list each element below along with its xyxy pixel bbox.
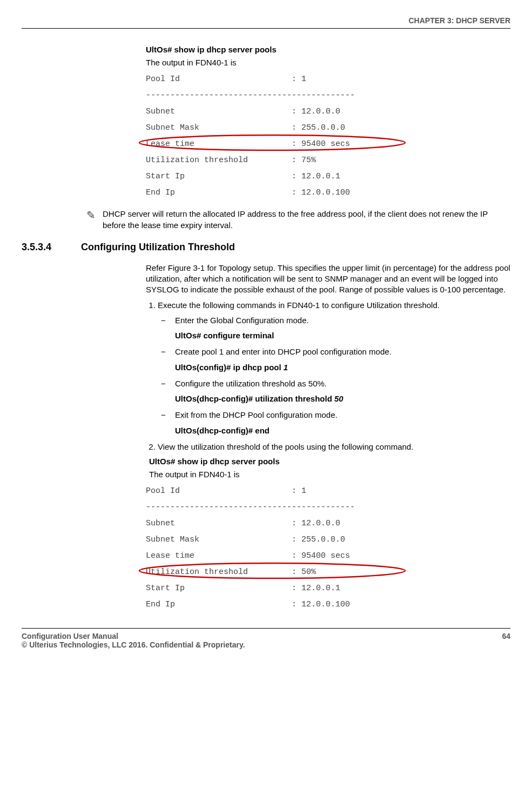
section-title: Configuring Utilization Threshold — [81, 242, 235, 253]
note-text: DHCP server will return the allocated IP… — [103, 209, 510, 231]
terminal-output-2: Pool Id : 1 ----------------------------… — [146, 483, 510, 613]
sub-command: UltOs(dhcp-config)# utilization threshol… — [175, 393, 510, 404]
upper-block: UltOs# show ip dhcp server pools The out… — [146, 45, 510, 201]
substep-text: Create pool 1 and enter into DHCP pool c… — [175, 347, 392, 356]
footer-left: Configuration User Manual © Ulterius Tec… — [22, 632, 245, 649]
step-text: Execute the following commands in FDN40-… — [158, 301, 440, 310]
command-arg: 50 — [334, 394, 344, 403]
output-intro: The output in FDN40-1 is — [146, 57, 510, 68]
step-item: Execute the following commands in FDN40-… — [158, 300, 510, 436]
substep-list: Configure the utilization threshold as 5… — [158, 378, 510, 389]
substep-item: Create pool 1 and enter into DHCP pool c… — [161, 346, 510, 357]
terminal-output-1: Pool Id : 1 ----------------------------… — [146, 71, 510, 201]
page-header: CHAPTER 3: DHCP SERVER — [22, 16, 510, 29]
substep-text: Configure the utilization threshold as 5… — [175, 379, 327, 388]
sub-command: UltOs(dhcp-config)# end — [175, 425, 510, 436]
substep-list: Enter the Global Configuration mode. — [158, 315, 510, 326]
section-body: Refer Figure 3-1 for Topology setup. Thi… — [146, 263, 510, 613]
section-heading: 3.5.3.4 Configuring Utilization Threshol… — [22, 242, 510, 253]
substep-list: Create pool 1 and enter into DHCP pool c… — [158, 346, 510, 357]
command-line: UltOs# show ip dhcp server pools — [146, 45, 510, 54]
substep-item: Enter the Global Configuration mode. — [161, 315, 510, 326]
footer-title: Configuration User Manual — [22, 632, 245, 640]
step-list: Execute the following commands in FDN40-… — [146, 300, 510, 453]
section-intro: Refer Figure 3-1 for Topology setup. Thi… — [146, 263, 510, 296]
terminal-text: Pool Id : 1 ----------------------------… — [146, 71, 510, 201]
section-number: 3.5.3.4 — [22, 242, 81, 253]
command-line: UltOs# show ip dhcp server pools — [149, 457, 510, 466]
output-intro: The output in FDN40-1 is — [149, 469, 510, 480]
substep-item: Configure the utilization threshold as 5… — [161, 378, 510, 389]
step-item: View the utilization threshold of the po… — [158, 442, 510, 452]
note-block: ✎ DHCP server will return the allocated … — [86, 209, 510, 231]
substep-text: Enter the Global Configuration mode. — [175, 316, 309, 325]
step-text: View the utilization threshold of the po… — [158, 442, 413, 451]
sub-command: UltOs# configure terminal — [175, 330, 510, 341]
page-footer: Configuration User Manual © Ulterius Tec… — [22, 628, 510, 649]
command-arg: 1 — [284, 363, 288, 372]
sub-command: UltOs(config)# ip dhcp pool 1 — [175, 362, 510, 373]
page-number: 64 — [502, 632, 510, 649]
substep-text: Exit from the DHCP Pool configuration mo… — [175, 410, 338, 419]
substep-item: Exit from the DHCP Pool configuration mo… — [161, 410, 510, 420]
terminal-text: Pool Id : 1 ----------------------------… — [146, 483, 510, 613]
footer-copyright: © Ulterius Technologies, LLC 2016. Confi… — [22, 640, 245, 649]
pencil-icon: ✎ — [86, 209, 99, 222]
substep-list: Exit from the DHCP Pool configuration mo… — [158, 410, 510, 420]
